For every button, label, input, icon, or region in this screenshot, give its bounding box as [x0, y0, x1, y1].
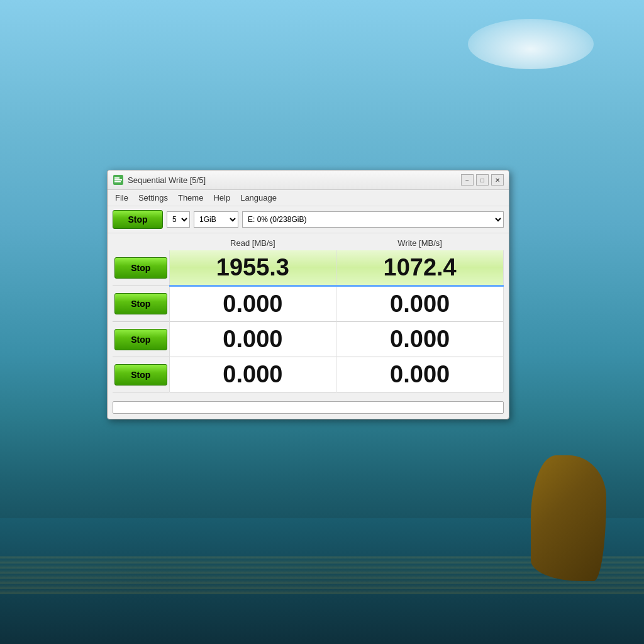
write-value-2: 0.000 [336, 322, 504, 357]
stop-button-top[interactable]: Stop [113, 210, 163, 229]
menu-bar: File Settings Theme Help Language [108, 190, 509, 206]
btn-cell-0: Stop [113, 250, 169, 286]
rock-decoration [531, 455, 606, 581]
menu-settings[interactable]: Settings [133, 191, 173, 204]
maximize-button[interactable]: □ [476, 174, 489, 186]
write-header: Write [MB/s] [336, 236, 504, 250]
results-table: Read [MB/s] Write [MB/s] Stop1955.31072.… [113, 236, 504, 392]
read-header: Read [MB/s] [169, 236, 336, 250]
btn-cell-2: Stop [113, 322, 169, 357]
svg-rect-1 [114, 179, 122, 180]
svg-rect-3 [114, 177, 119, 179]
write-value-1: 0.000 [336, 286, 504, 322]
count-select[interactable]: 5 1 3 [167, 211, 190, 228]
size-select[interactable]: 1GiB 512MiB 256MiB [194, 211, 238, 228]
menu-language[interactable]: Language [235, 191, 282, 204]
read-value-3: 0.000 [169, 357, 336, 392]
title-bar: Sequential Write [5/5] − □ ✕ [108, 170, 509, 190]
minimize-button[interactable]: − [461, 174, 474, 186]
drive-select[interactable]: E: 0% (0/238GiB) [242, 211, 504, 228]
results-table-wrap: Read [MB/s] Write [MB/s] Stop1955.31072.… [108, 233, 509, 397]
menu-file[interactable]: File [110, 191, 133, 204]
app-icon [113, 174, 124, 186]
write-value-3: 0.000 [336, 357, 504, 392]
read-value-1: 0.000 [169, 286, 336, 322]
stop-button-2[interactable]: Stop [114, 329, 167, 350]
table-row: Stop0.0000.000 [113, 286, 504, 322]
menu-help[interactable]: Help [208, 191, 235, 204]
toolbar: Stop 5 1 3 1GiB 512MiB 256MiB E: 0% (0/2… [108, 206, 509, 233]
table-row: Stop1955.31072.4 [113, 250, 504, 286]
stop-button-3[interactable]: Stop [114, 364, 167, 386]
write-value-0: 1072.4 [336, 250, 504, 286]
app-window: Sequential Write [5/5] − □ ✕ File Settin… [107, 170, 509, 419]
table-row: Stop0.0000.000 [113, 322, 504, 357]
read-value-2: 0.000 [169, 322, 336, 357]
read-value-0: 1955.3 [169, 250, 336, 286]
svg-rect-2 [114, 181, 121, 182]
progress-area [108, 397, 509, 419]
window-title: Sequential Write [5/5] [128, 175, 461, 185]
window-controls: − □ ✕ [461, 174, 504, 186]
clouds-decoration [468, 19, 594, 69]
menu-theme[interactable]: Theme [173, 191, 208, 204]
stop-button-1[interactable]: Stop [114, 293, 167, 314]
table-row: Stop0.0000.000 [113, 357, 504, 392]
btn-cell-3: Stop [113, 357, 169, 392]
stop-button-0[interactable]: Stop [114, 257, 167, 279]
close-button[interactable]: ✕ [491, 174, 504, 186]
progress-bar [113, 401, 504, 414]
btn-cell-1: Stop [113, 286, 169, 322]
